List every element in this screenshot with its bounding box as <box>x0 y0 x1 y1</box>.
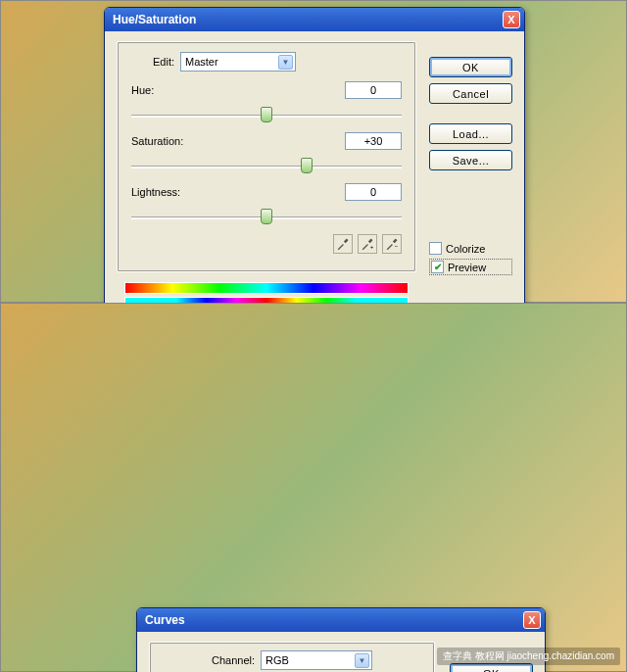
lightness-slider[interactable] <box>131 211 402 224</box>
chevron-down-icon: ▼ <box>355 653 369 668</box>
lightness-input[interactable]: 0 <box>345 183 402 201</box>
edit-select[interactable]: Master ▼ <box>180 52 296 72</box>
chevron-down-icon: ▼ <box>278 55 293 70</box>
lightness-thumb[interactable] <box>261 209 272 224</box>
colorize-label: Colorize <box>446 243 485 255</box>
curves-dialog: Curves X Channel: RGB ▼ <box>136 607 546 672</box>
saturation-input[interactable]: +30 <box>345 132 402 150</box>
spectrum-input <box>124 282 409 294</box>
channel-label: Channel: <box>212 654 255 666</box>
titlebar[interactable]: Curves X <box>137 608 545 632</box>
close-button[interactable]: X <box>523 611 541 629</box>
close-button[interactable]: X <box>503 11 520 28</box>
eyedropper-minus-icon[interactable]: − <box>382 234 402 254</box>
hue-label: Hue: <box>131 84 210 96</box>
saturation-slider[interactable] <box>131 160 402 173</box>
dialog-title: Hue/Saturation <box>113 13 196 26</box>
hue-input[interactable]: 0 <box>345 81 402 99</box>
dialog-title: Curves <box>145 613 185 627</box>
eyedropper-plus-icon[interactable]: + <box>358 234 377 254</box>
channel-value: RGB <box>265 654 289 666</box>
preview-label: Preview <box>448 262 486 273</box>
lightness-label: Lightness: <box>131 186 210 198</box>
preview-row[interactable]: ✔ Preview <box>429 259 512 275</box>
eyedropper-icon[interactable] <box>333 234 353 254</box>
colorize-checkbox[interactable] <box>429 242 442 255</box>
hue-thumb[interactable] <box>261 107 272 122</box>
button-column: OK Cancel Load... Save... Smooth Auto Op… <box>450 663 533 672</box>
saturation-label: Saturation: <box>131 135 210 147</box>
close-icon: X <box>507 15 514 25</box>
titlebar[interactable]: Hue/Saturation X <box>105 8 524 31</box>
svg-text:+: + <box>370 243 374 250</box>
cancel-button[interactable]: Cancel <box>429 83 512 104</box>
ok-button[interactable]: OK <box>450 663 533 672</box>
save-button[interactable]: Save... <box>429 150 512 170</box>
hs-fieldset: Edit: Master ▼ Hue: 0 Saturation: <box>117 41 416 272</box>
curves-fieldset: Channel: RGB ▼ <box>149 642 435 672</box>
saturation-thumb[interactable] <box>301 158 313 173</box>
hue-row: Hue: 0 <box>131 81 402 122</box>
close-icon: X <box>528 615 535 626</box>
preview-checkbox[interactable]: ✔ <box>431 261 444 273</box>
edit-value: Master <box>185 56 218 68</box>
channel-select[interactable]: RGB ▼ <box>261 650 372 670</box>
colorize-row[interactable]: Colorize <box>429 242 512 255</box>
edit-label: Edit: <box>131 56 174 68</box>
button-column: OK Cancel Load... Save... <box>429 57 512 170</box>
lightness-row: Lightness: 0 <box>131 183 402 224</box>
hue-saturation-dialog: Hue/Saturation X Edit: Master ▼ Hue: <box>104 7 525 323</box>
hue-slider[interactable] <box>131 109 402 122</box>
eyedropper-group: + − <box>131 234 402 256</box>
saturation-row: Saturation: +30 <box>131 132 402 173</box>
load-button[interactable]: Load... <box>429 123 512 144</box>
ok-button[interactable]: OK <box>429 57 512 77</box>
svg-text:−: − <box>395 243 399 250</box>
